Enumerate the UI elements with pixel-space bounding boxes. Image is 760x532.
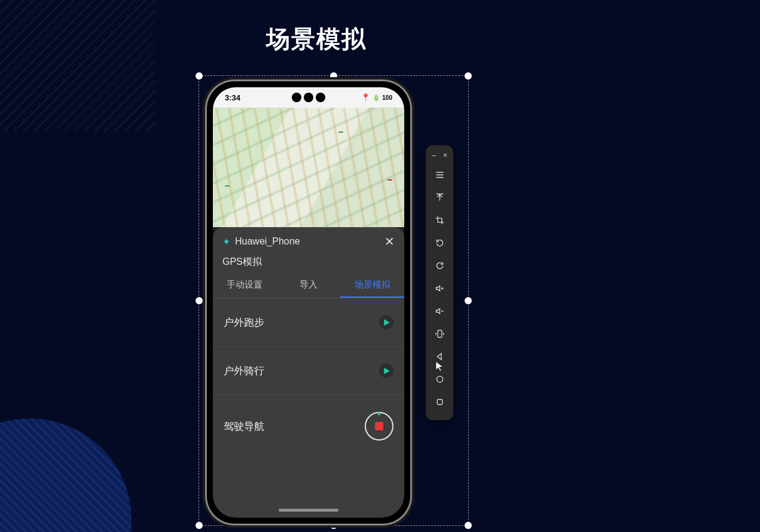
emulator-toolbar: – × (426, 145, 453, 420)
scenario-label: 户外跑步 (224, 316, 264, 329)
nav-back-icon (435, 351, 445, 362)
nav-recent-icon (435, 397, 445, 407)
rotate-cw-button[interactable] (426, 254, 453, 277)
tab-import[interactable]: 导入 (277, 272, 341, 298)
panel-subtitle: GPS模拟 (213, 251, 404, 272)
scenario-label: 驾驶导航 (224, 420, 264, 433)
device-name: Huawei_Phone (235, 236, 380, 247)
resize-handle-ml[interactable] (196, 297, 203, 304)
record-button[interactable] (365, 412, 393, 441)
location-icon: 📍 (361, 93, 370, 102)
crop-icon (435, 215, 445, 225)
phone-frame: 3:34 📍 🔋100 ✦ Huawei_Phone ✕ GPS模拟 手动设置 (207, 81, 410, 524)
volume-up-button[interactable] (426, 277, 453, 299)
tab-scenario[interactable]: 场景模拟 (340, 272, 404, 298)
page-title: 场景模拟 (266, 23, 367, 56)
stop-icon (375, 422, 383, 430)
resize-handle-br[interactable] (465, 522, 472, 529)
phone-screen: 3:34 📍 🔋100 ✦ Huawei_Phone ✕ GPS模拟 手动设置 (213, 87, 404, 518)
panel-tabs: 手动设置 导入 场景模拟 (213, 272, 404, 298)
upload-icon (435, 192, 445, 203)
scenario-row: 户外骑行 (213, 347, 404, 395)
play-button[interactable] (379, 315, 393, 329)
resize-handle-mr[interactable] (465, 297, 472, 304)
volume-up-icon (435, 283, 445, 293)
upload-button[interactable] (426, 186, 453, 209)
svg-rect-2 (437, 399, 442, 405)
decorative-lines (0, 0, 155, 132)
map-view[interactable] (213, 108, 404, 227)
resize-handle-tl[interactable] (196, 72, 203, 80)
nav-recent-button[interactable] (426, 390, 453, 413)
mouse-cursor-icon (435, 361, 444, 374)
svg-point-1 (437, 376, 442, 382)
map-marker (225, 185, 230, 186)
minimize-button[interactable]: – (431, 151, 437, 158)
play-icon (383, 367, 390, 375)
rotate-ccw-icon (435, 238, 445, 248)
scenario-list: 户外跑步 户外骑行 驾驶导航 (213, 298, 404, 518)
panel-close-icon[interactable]: ✕ (384, 234, 395, 249)
map-marker (338, 132, 343, 133)
rotate-ccw-button[interactable] (426, 231, 453, 254)
svg-rect-0 (438, 330, 442, 337)
scenario-row: 户外跑步 (213, 298, 404, 347)
status-bar: 3:34 📍 🔋100 (213, 87, 404, 108)
rotate-cw-icon (435, 261, 445, 271)
status-right: 📍 🔋100 (361, 93, 392, 102)
menu-button[interactable] (426, 163, 453, 186)
gps-panel: ✦ Huawei_Phone ✕ GPS模拟 手动设置 导入 场景模拟 户外跑步… (213, 227, 404, 518)
tab-manual[interactable]: 手动设置 (213, 272, 277, 298)
resize-handle-tm[interactable] (330, 72, 337, 80)
play-icon (383, 319, 390, 326)
scenario-row: 驾驶导航 (213, 395, 404, 457)
decorative-circle (0, 418, 132, 532)
map-marker (387, 179, 392, 181)
camera-pill (292, 91, 325, 104)
menu-icon (435, 170, 445, 180)
close-button[interactable]: × (442, 151, 448, 158)
play-button[interactable] (379, 363, 393, 378)
volume-down-icon (435, 306, 445, 316)
resize-handle-bl[interactable] (196, 522, 203, 529)
home-indicator[interactable] (279, 509, 338, 512)
status-time: 3:34 (225, 93, 240, 102)
shake-button[interactable] (426, 322, 453, 345)
resize-handle-tr[interactable] (465, 72, 472, 80)
shake-icon (435, 329, 445, 339)
nav-home-icon (435, 374, 445, 384)
volume-down-button[interactable] (426, 299, 453, 322)
device-logo-icon: ✦ (222, 236, 230, 247)
crop-button[interactable] (426, 209, 453, 231)
scenario-label: 户外骑行 (224, 364, 264, 378)
